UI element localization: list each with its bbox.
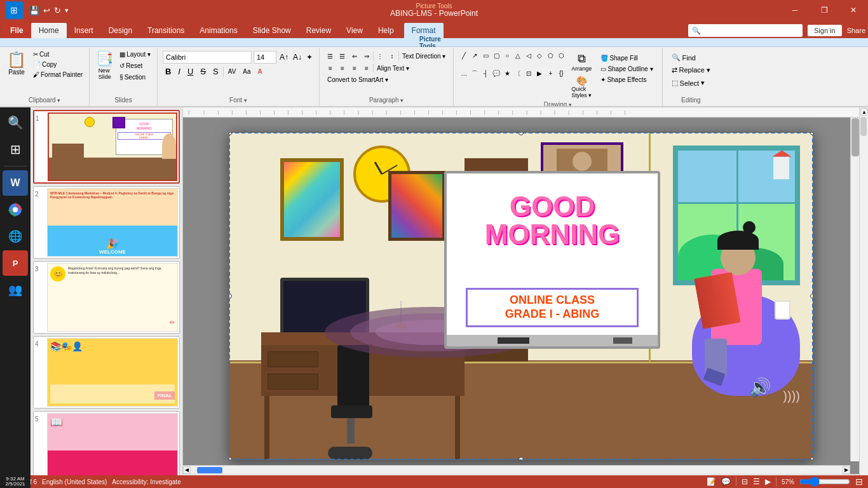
shape-ribbon[interactable]: 〔 [513,69,523,78]
hscrollbar[interactable]: ◀ ▶ [183,465,850,474]
vscrollbar[interactable] [850,118,859,461]
reset-btn[interactable]: ↺ Reset [117,61,153,71]
decrease-font-btn[interactable]: A↓ [292,51,303,63]
active-slide[interactable]: GOOD MORNING ONLINE CLASS GRADE I - ABIN… [229,132,813,460]
shape-right-triangle[interactable]: ◁ [524,51,534,60]
numbering-btn[interactable]: ☰ [337,51,348,61]
shape-outline-btn[interactable]: ▭ Shape Outline ▾ [598,64,655,74]
shape-star[interactable]: ★ [502,69,512,78]
shape-diamond[interactable]: ◇ [534,51,545,60]
taskbar-teams[interactable]: 👥 [3,277,28,302]
signin-btn[interactable]: Sign in [808,25,842,36]
taskbar-grid[interactable]: ⊞ [3,137,28,162]
tab-design[interactable]: Design [101,23,140,38]
scroll-right-btn[interactable]: ▶ [843,466,850,474]
save-icon[interactable]: 💾 [28,4,41,17]
shape-bracket[interactable]: {} [556,69,566,78]
taskbar-powerpoint[interactable]: P [3,250,28,276]
tab-file[interactable]: File [3,23,31,38]
outline-view-btn[interactable]: ☰ [753,477,760,486]
smartart-btn[interactable]: Convert to SmartArt ▾ [325,75,391,85]
slide-thumb-4[interactable]: 4 📚🎭👤 FINAL [33,336,180,409]
shape-fill-btn[interactable]: 🪣 Shape Fill [598,53,655,63]
cut-btn[interactable]: ✂Cut [31,50,85,59]
notes-view-btn[interactable]: 📝 [707,477,716,486]
handle-mr[interactable] [810,294,813,299]
select-btn[interactable]: ⬚ Select ▾ [669,78,713,88]
hscrollbar-thumb[interactable] [197,467,222,473]
quick-styles-btn[interactable]: 🎨 QuickStyles ▾ [569,74,594,100]
shape-rect[interactable]: ▭ [480,51,491,60]
clear-format-btn[interactable]: ✦ [305,51,314,63]
tab-transitions[interactable]: Transitions [140,23,192,38]
shape-curve[interactable]: ⌒ [470,69,480,78]
shadow-btn[interactable]: S [210,65,221,78]
font-color-btn[interactable]: A [255,67,265,76]
shape-oval[interactable]: ○ [502,51,512,60]
customize-icon[interactable]: ▾ [64,5,70,16]
shape-arrow[interactable]: ↗ [470,51,480,60]
tab-slideshow[interactable]: Slide Show [245,23,299,38]
italic-btn[interactable]: I [175,65,183,78]
shape-hexagon[interactable]: ⬡ [556,51,566,60]
shape-triangle[interactable]: △ [513,51,523,60]
replace-btn[interactable]: ⇄ Replace ▾ [669,65,713,76]
share-btn[interactable]: Share [847,27,865,34]
slide-thumb-3[interactable]: 3 😊 Magandang Araw! Kumusta ang inyong p… [33,261,180,334]
find-btn[interactable]: 🔍 Find [669,52,713,63]
shape-line[interactable]: ╱ [459,51,469,60]
undo-icon[interactable]: ↩ [42,4,51,17]
slide-thumb-5[interactable]: 5 📖 [33,411,180,484]
comments-btn[interactable]: 💬 [721,477,731,486]
tab-view[interactable]: View [339,23,370,38]
shape-equation[interactable]: + [545,69,555,78]
format-painter-btn[interactable]: 🖌Format Painter [31,70,85,79]
fit-btn[interactable]: ⊟ [855,477,863,487]
char-spacing-btn[interactable]: AV [226,67,239,76]
inc-indent-btn[interactable]: ⇒ [361,51,372,61]
underline-btn[interactable]: U [185,65,196,78]
taskbar-search[interactable]: 🔍 [3,110,28,135]
tab-home[interactable]: Home [31,23,67,38]
text-direction-btn[interactable]: Text Direction ▾ [400,51,448,61]
font-name-select[interactable]: Calibri [163,51,252,64]
scroll-up-btn[interactable]: ▲ [860,108,868,116]
taskbar-edge[interactable]: 🌐 [3,224,28,249]
normal-view-btn[interactable]: ⊟ [742,477,748,486]
cols-btn[interactable]: ⋮ [374,51,386,61]
shape-action[interactable]: ▶ [534,69,545,78]
minimize-btn[interactable]: ─ [780,0,810,20]
shapes-gallery[interactable]: ╱ ↗ ▭ ▢ ○ △ ◁ ◇ ⬠ ⬡ … ⌒ ┤ 💬 ★ 〔 ⊡ [459,51,566,86]
tab-insert[interactable]: Insert [67,23,101,38]
taskbar-chrome[interactable] [3,197,28,222]
arrange-btn[interactable]: ⧉ Arrange [569,51,594,73]
search-input[interactable] [688,24,803,37]
tab-animations[interactable]: Animations [192,23,245,38]
handle-br[interactable] [810,457,813,460]
font-size-select[interactable]: 14 [254,51,276,64]
shape-connector[interactable]: ┤ [480,69,491,78]
vscrollbar-thumb[interactable] [851,118,859,156]
shape-pentagon[interactable]: ⬠ [545,51,555,60]
align-center-btn[interactable]: ≡ [337,63,348,73]
slide-thumb-2[interactable]: 2 MTB-MLE 1 Ikalawang Markahan – Modyul … [33,186,180,259]
slideshow-btn[interactable]: ▶ [765,477,771,486]
bullets-btn[interactable]: ☰ [325,51,336,61]
restore-btn[interactable]: ❐ [810,0,839,20]
right-scroll-thumb[interactable] [860,117,867,136]
accessibility-btn[interactable]: Accessibility: Investigate [112,478,180,485]
speaker-icon[interactable]: 🔊 [749,377,781,409]
dec-indent-btn[interactable]: ⇐ [349,51,360,61]
shape-effects-btn[interactable]: ✦ Shape Effects [598,75,655,85]
redo-icon[interactable]: ↻ [53,4,62,17]
new-slide-btn[interactable]: 📑 NewSlide [93,50,116,81]
zoom-slider[interactable] [799,479,850,484]
align-left-btn[interactable]: ≡ [325,63,336,73]
line-spacing-btn[interactable]: ↕ [386,51,398,61]
section-btn[interactable]: § Section [117,72,153,82]
scroll-left-btn[interactable]: ◀ [183,466,191,474]
paste-btn[interactable]: 📋 Paste [4,50,29,77]
shape-more[interactable]: … [459,69,469,78]
layout-btn[interactable]: ▦ Layout ▾ [117,50,153,59]
align-right-btn[interactable]: ≡ [349,63,360,73]
